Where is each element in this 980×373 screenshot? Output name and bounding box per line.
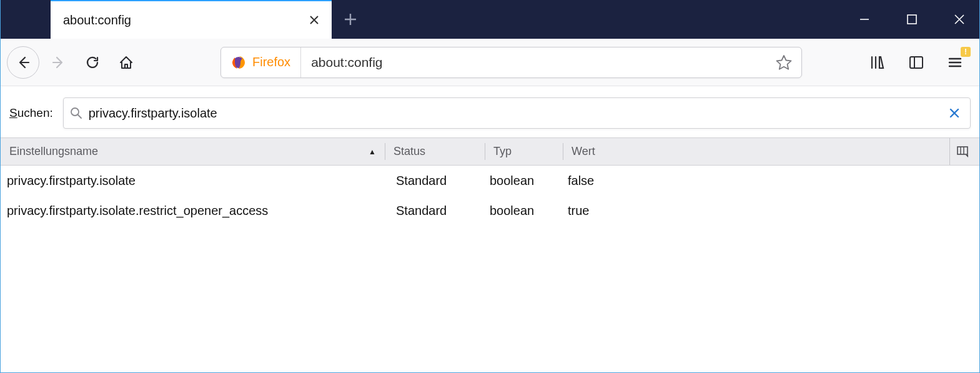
- column-header-value-label: Wert: [572, 145, 595, 158]
- maximize-button[interactable]: [899, 7, 924, 32]
- table-body: privacy.firstparty.isolate Standard bool…: [1, 166, 979, 226]
- column-header-type[interactable]: Typ: [485, 138, 563, 165]
- app-menu-button[interactable]: !: [941, 48, 969, 77]
- library-button[interactable]: [863, 48, 892, 77]
- column-header-name-label: Einstellungsname: [9, 145, 98, 158]
- cell-pref-value: true: [563, 204, 979, 218]
- cell-pref-status: Standard: [385, 174, 485, 188]
- notification-badge-icon: !: [961, 47, 971, 57]
- new-tab-button[interactable]: [332, 0, 369, 39]
- svg-rect-6: [958, 147, 968, 154]
- cell-pref-name: privacy.firstparty.isolate.restrict_open…: [1, 204, 385, 218]
- sidebar-button[interactable]: [902, 48, 931, 77]
- url-identity-box[interactable]: Firefox: [221, 47, 301, 77]
- svg-point-4: [71, 108, 79, 116]
- firefox-logo-icon: [231, 55, 246, 70]
- config-search-area: Suchen:: [1, 86, 979, 137]
- column-header-status-label: Status: [393, 145, 425, 158]
- navigation-toolbar: Firefox about:config !: [1, 39, 979, 86]
- reload-button[interactable]: [78, 48, 107, 77]
- search-box[interactable]: [63, 97, 971, 129]
- column-header-type-label: Typ: [493, 145, 512, 158]
- forward-button: [44, 48, 73, 77]
- table-header: Einstellungsname ▲ Status Typ Wert: [1, 138, 979, 166]
- column-picker-button[interactable]: [949, 138, 974, 165]
- cell-pref-status: Standard: [385, 204, 485, 218]
- search-label: Suchen:: [9, 106, 53, 120]
- url-text[interactable]: about:config: [301, 55, 770, 70]
- close-tab-icon[interactable]: [305, 11, 323, 29]
- search-icon: [70, 107, 89, 119]
- table-row[interactable]: privacy.firstparty.isolate Standard bool…: [1, 166, 979, 196]
- tab-strip: about:config: [1, 0, 369, 39]
- search-input[interactable]: [89, 106, 945, 121]
- table-row[interactable]: privacy.firstparty.isolate.restrict_open…: [1, 196, 979, 226]
- cell-pref-type: boolean: [485, 204, 563, 218]
- preferences-table: Einstellungsname ▲ Status Typ Wert priva…: [1, 137, 979, 226]
- toolbar-right: !: [863, 48, 973, 77]
- column-header-name[interactable]: Einstellungsname ▲: [1, 138, 385, 165]
- browser-tab-active[interactable]: about:config: [51, 0, 332, 39]
- minimize-button[interactable]: [852, 7, 877, 32]
- bookmark-star-icon[interactable]: [770, 49, 798, 76]
- url-identity-label: Firefox: [252, 55, 290, 69]
- column-header-status[interactable]: Status: [385, 138, 485, 165]
- url-bar[interactable]: Firefox about:config: [220, 47, 802, 78]
- svg-rect-0: [908, 15, 916, 24]
- tab-title: about:config: [63, 13, 305, 27]
- cell-pref-name: privacy.firstparty.isolate: [1, 174, 385, 188]
- clear-search-icon[interactable]: [945, 107, 964, 119]
- cell-pref-type: boolean: [485, 174, 563, 188]
- column-header-value[interactable]: Wert: [563, 138, 979, 165]
- home-button[interactable]: [112, 48, 141, 77]
- back-button[interactable]: [7, 46, 39, 79]
- svg-line-5: [78, 115, 81, 118]
- close-window-button[interactable]: [947, 7, 972, 32]
- cell-pref-value: false: [563, 174, 979, 188]
- sort-ascending-icon: ▲: [369, 147, 376, 156]
- svg-rect-2: [910, 57, 923, 68]
- window-titlebar: about:config: [1, 0, 979, 39]
- window-controls: [852, 0, 979, 39]
